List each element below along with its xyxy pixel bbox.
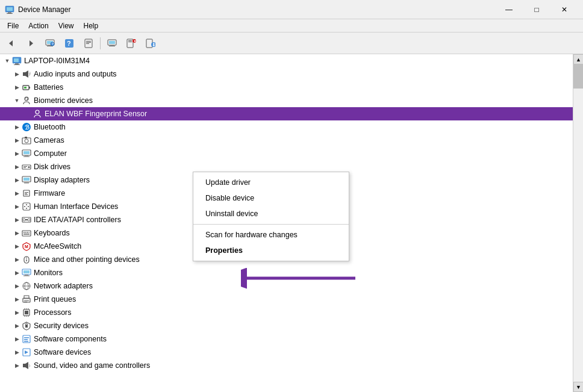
tree-biometric[interactable]: ▼ Biometric devices xyxy=(0,94,573,107)
menu-action[interactable]: Action xyxy=(23,20,53,31)
batteries-expand-icon[interactable]: ▶ xyxy=(12,82,22,92)
monitors-expand-icon[interactable]: ▶ xyxy=(12,268,22,278)
svg-text:M: M xyxy=(25,244,28,249)
tree-bluetooth[interactable]: ▶ ℬ Bluetooth xyxy=(0,120,573,134)
tree-root[interactable]: ▼ LAPTOP-I0IM31M4 xyxy=(0,54,573,67)
sound-expand-icon[interactable]: ▶ xyxy=(12,361,22,370)
tree-computer[interactable]: ▶ Computer xyxy=(0,147,573,160)
mcafee-expand-icon[interactable]: ▶ xyxy=(12,241,22,251)
security-icon xyxy=(22,321,31,331)
tree-monitors[interactable]: ▶ Monitors xyxy=(0,266,573,279)
firmware-expand-icon[interactable]: ▶ xyxy=(12,188,22,198)
sw-devices-expand-icon[interactable]: ▶ xyxy=(12,347,22,357)
scroll-track[interactable] xyxy=(573,64,583,382)
computer-expand-icon[interactable]: ▶ xyxy=(12,149,22,158)
svg-point-69 xyxy=(23,219,25,221)
svg-point-64 xyxy=(24,206,25,207)
mice-expand-icon[interactable]: ▶ xyxy=(12,255,22,264)
svg-text:?: ? xyxy=(67,40,71,47)
svg-rect-20 xyxy=(110,45,114,46)
tree-cameras[interactable]: ▶ Cameras xyxy=(0,134,573,147)
hid-icon xyxy=(22,202,31,211)
sound-icon: ) xyxy=(22,361,31,370)
cameras-expand-icon[interactable]: ▶ xyxy=(12,135,22,145)
network-icon xyxy=(22,281,31,291)
toolbar-back[interactable] xyxy=(2,35,20,52)
maximize-button[interactable]: □ xyxy=(523,0,550,19)
toolbar-scan[interactable]: ⬇ xyxy=(142,35,160,52)
scroll-up-button[interactable]: ▲ xyxy=(573,54,583,64)
toolbar-show-device[interactable]: ? xyxy=(41,35,59,52)
tree-audio[interactable]: ▶ ) ) Audio inputs and outputs xyxy=(0,67,573,81)
svg-rect-32 xyxy=(15,63,19,64)
processors-expand-icon[interactable]: ▶ xyxy=(12,308,22,317)
network-expand-icon[interactable]: ▶ xyxy=(12,281,22,291)
tree-print[interactable]: ▶ Print queues xyxy=(0,293,573,306)
keyboards-icon xyxy=(22,228,31,238)
print-icon xyxy=(22,294,31,304)
tree-sw-devices[interactable]: ▶ Software devices xyxy=(0,346,573,359)
window-controls: — □ ✕ xyxy=(495,0,578,19)
bluetooth-label: Bluetooth xyxy=(34,123,66,131)
menu-view[interactable]: View xyxy=(54,20,79,31)
svg-rect-71 xyxy=(25,219,28,220)
device-tree[interactable]: ▼ LAPTOP-I0IM31M4 ▶ ) ) xyxy=(0,54,573,392)
print-expand-icon[interactable]: ▶ xyxy=(12,294,22,304)
svg-point-65 xyxy=(26,204,27,205)
toolbar-forward[interactable] xyxy=(22,35,40,52)
svg-rect-77 xyxy=(23,234,30,235)
tree-sound[interactable]: ▶ ) Sound, video and game controllers xyxy=(0,359,573,372)
scrollbar[interactable]: ▲ ▼ xyxy=(573,54,583,392)
svg-rect-17 xyxy=(86,43,89,44)
context-update-driver[interactable]: Update driver xyxy=(193,175,349,190)
disk-expand-icon[interactable]: ▶ xyxy=(12,162,22,172)
keyboards-expand-icon[interactable]: ▶ xyxy=(12,228,22,238)
ide-icon xyxy=(22,215,31,225)
display-label: Display adapters xyxy=(34,176,90,184)
display-expand-icon[interactable]: ▶ xyxy=(12,175,22,185)
root-icon xyxy=(12,56,22,66)
tree-elan-fingerprint[interactable]: ELAN WBF Fingerprint Sensor xyxy=(0,107,573,120)
svg-rect-61 xyxy=(25,193,27,194)
toolbar-properties[interactable] xyxy=(80,35,98,52)
disk-icon xyxy=(22,162,31,172)
tree-sw-components[interactable]: ▶ Software components xyxy=(0,332,573,346)
context-disable-device[interactable]: Disable device xyxy=(193,190,349,206)
svg-rect-94 xyxy=(25,311,28,314)
sw-components-expand-icon[interactable]: ▶ xyxy=(12,334,22,344)
ide-expand-icon[interactable]: ▶ xyxy=(12,215,22,225)
toolbar-uninstall[interactable]: ✕ xyxy=(122,35,140,52)
tree-batteries[interactable]: ▶ Batteries xyxy=(0,81,573,94)
svg-rect-83 xyxy=(23,270,30,273)
context-properties[interactable]: Properties xyxy=(193,243,349,258)
context-scan-hardware[interactable]: Scan for hardware changes xyxy=(193,227,349,243)
root-label: LAPTOP-I0IM31M4 xyxy=(24,57,90,65)
scroll-down-button[interactable]: ▼ xyxy=(573,382,583,392)
close-button[interactable]: ✕ xyxy=(550,0,578,19)
computer-icon xyxy=(22,149,31,158)
svg-rect-62 xyxy=(25,194,28,195)
hid-label: Human Interface Devices xyxy=(34,202,118,211)
menu-file[interactable]: File xyxy=(2,20,23,31)
tree-processors[interactable]: ▶ Processors xyxy=(0,306,573,319)
svg-rect-1 xyxy=(7,7,13,11)
minimize-button[interactable]: — xyxy=(495,0,523,19)
toolbar-monitor[interactable] xyxy=(103,35,121,52)
tree-security[interactable]: ▶ Security devices xyxy=(0,319,573,332)
batteries-icon xyxy=(22,82,31,92)
audio-expand-icon[interactable]: ▶ xyxy=(12,69,22,79)
svg-rect-55 xyxy=(23,167,26,168)
hid-expand-icon[interactable]: ▶ xyxy=(12,202,22,211)
menu-help[interactable]: Help xyxy=(79,20,104,31)
scroll-thumb[interactable] xyxy=(573,64,583,89)
bluetooth-expand-icon[interactable]: ▶ xyxy=(12,122,22,132)
toolbar-help[interactable]: ? xyxy=(60,35,78,52)
tree-network[interactable]: ▶ Network adapters xyxy=(0,279,573,293)
svg-marker-35 xyxy=(25,70,28,78)
monitors-label: Monitors xyxy=(34,269,63,277)
security-expand-icon[interactable]: ▶ xyxy=(12,321,22,331)
context-uninstall-device[interactable]: Uninstall device xyxy=(193,206,349,222)
svg-rect-106 xyxy=(24,341,28,342)
biometric-expand-icon[interactable]: ▼ xyxy=(12,96,22,105)
root-expand-icon[interactable]: ▼ xyxy=(2,56,12,66)
